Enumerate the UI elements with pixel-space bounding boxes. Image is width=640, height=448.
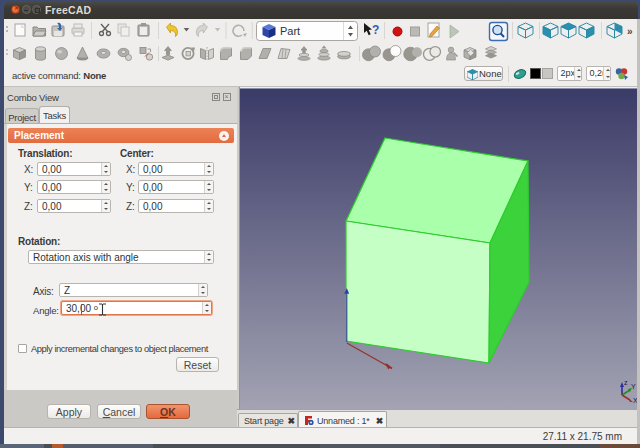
svg-text:»: » [627, 26, 633, 37]
svg-text:Part: Part [280, 25, 300, 37]
svg-text:?: ? [372, 23, 379, 37]
svg-text:Y: Y [631, 383, 636, 390]
svg-text:z: z [624, 379, 628, 386]
